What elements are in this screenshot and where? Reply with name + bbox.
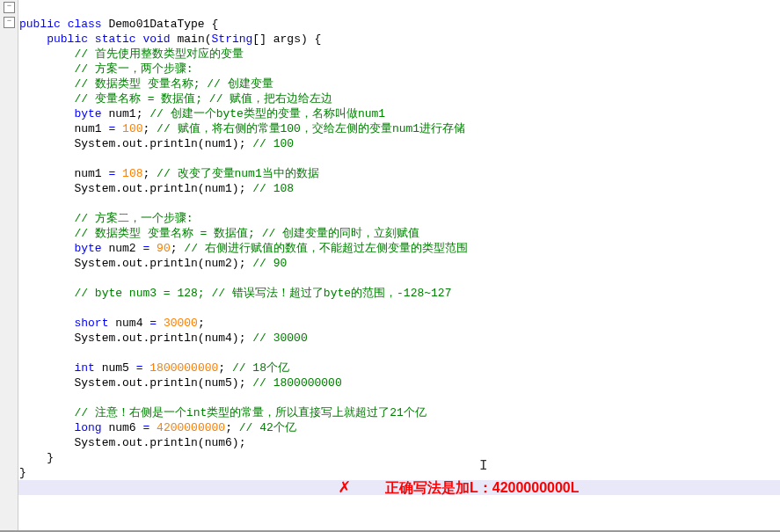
line-27: // 注意！右侧是一个int类型的常量，所以直接写上就超过了21个亿 <box>19 406 426 419</box>
line-29: System.out.println(num6); <box>19 436 245 449</box>
line-6: // 变量名称 = 数据值; // 赋值，把右边给左边 <box>19 92 332 106</box>
line-2: public static void main(String[] args) { <box>19 33 321 46</box>
error-x-icon: ✗ <box>339 475 350 499</box>
line-16: byte num2 = 90; // 右侧进行赋值的数值，不能超过左侧变量的类型… <box>19 242 468 255</box>
line-11: num1 = 108; // 改变了变量num1当中的数据 <box>19 167 319 180</box>
correction-note: 正确写法是加L：4200000000L <box>385 479 580 498</box>
line-12: System.out.println(num1); // 108 <box>19 182 294 195</box>
line-8: num1 = 100; // 赋值，将右侧的常量100，交给左侧的变量num1进… <box>19 122 465 135</box>
line-1: public class Demo01DataType { <box>19 18 218 31</box>
line-31: } <box>19 466 26 479</box>
line-4: // 方案一，两个步骤: <box>19 62 193 76</box>
line-24: int num5 = 1800000000; // 18个亿 <box>19 361 289 375</box>
line-9: System.out.println(num1); // 100 <box>19 137 294 150</box>
line-30: } <box>19 451 54 464</box>
line-17: System.out.println(num2); // 90 <box>19 257 287 270</box>
line-7: byte num1; // 创建一个byte类型的变量，名称叫做num1 <box>19 107 385 120</box>
fold-class-icon[interactable] <box>4 2 15 13</box>
text-cursor-icon: I <box>479 458 488 474</box>
fold-method-icon[interactable] <box>4 17 15 28</box>
line-15: // 数据类型 变量名称 = 数据值; // 创建变量的同时，立刻赋值 <box>19 227 419 240</box>
line-21: short num4 = 30000; <box>19 317 205 330</box>
line-3: // 首先使用整数类型对应的变量 <box>19 47 244 61</box>
line-5: // 数据类型 变量名称; // 创建变量 <box>19 77 273 91</box>
code-editor[interactable]: public class Demo01DataType { public sta… <box>19 2 468 480</box>
line-25: System.out.println(num5); // 1800000000 <box>19 376 342 390</box>
gutter <box>0 0 18 532</box>
line-14: // 方案二，一个步骤: <box>19 212 193 225</box>
line-19: // byte num3 = 128; // 错误写法！超过了byte的范围，-… <box>19 287 451 300</box>
line-28: long num6 = 4200000000; // 42个亿 <box>19 421 296 434</box>
line-22: System.out.println(num4); // 30000 <box>19 332 308 345</box>
